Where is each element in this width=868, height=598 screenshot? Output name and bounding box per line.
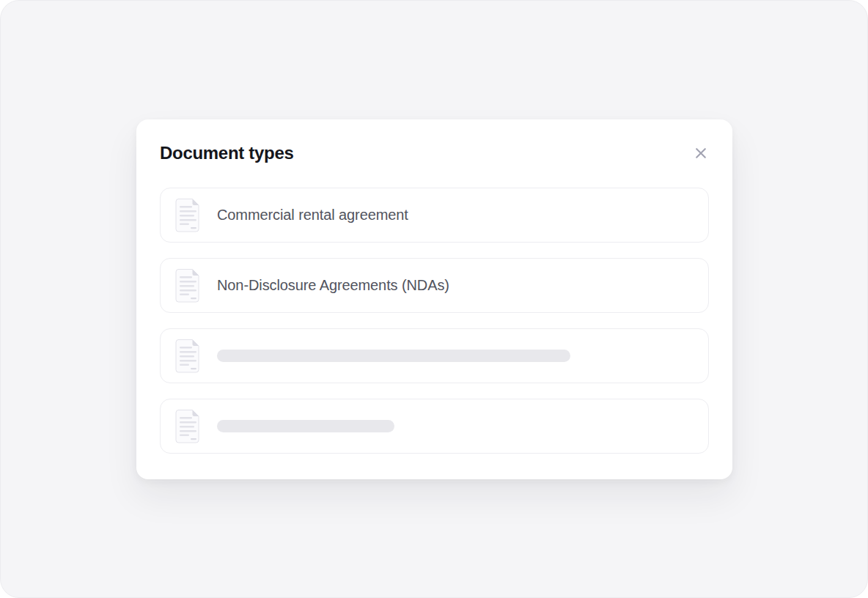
- document-type-label: Commercial rental agreement: [217, 207, 408, 224]
- document-type-option[interactable]: [160, 328, 709, 383]
- modal-header: Document types: [160, 141, 709, 165]
- app-background: Document types: [0, 0, 868, 598]
- close-button[interactable]: [688, 141, 713, 166]
- document-icon: [174, 268, 202, 303]
- document-type-label: Non-Disclosure Agreements (NDAs): [217, 277, 449, 294]
- document-icon: [174, 198, 202, 232]
- document-type-option[interactable]: Non-Disclosure Agreements (NDAs): [160, 258, 709, 313]
- document-icon: [174, 409, 202, 443]
- close-icon: [692, 144, 710, 162]
- document-type-option[interactable]: Commercial rental agreement: [160, 188, 709, 243]
- document-icon: [174, 339, 202, 373]
- loading-skeleton: [217, 420, 394, 432]
- document-types-modal: Document types: [136, 119, 732, 479]
- loading-skeleton: [217, 350, 570, 362]
- document-type-list: Commercial rental agreement: [160, 188, 709, 454]
- modal-title: Document types: [160, 143, 294, 163]
- document-type-option[interactable]: [160, 399, 709, 454]
